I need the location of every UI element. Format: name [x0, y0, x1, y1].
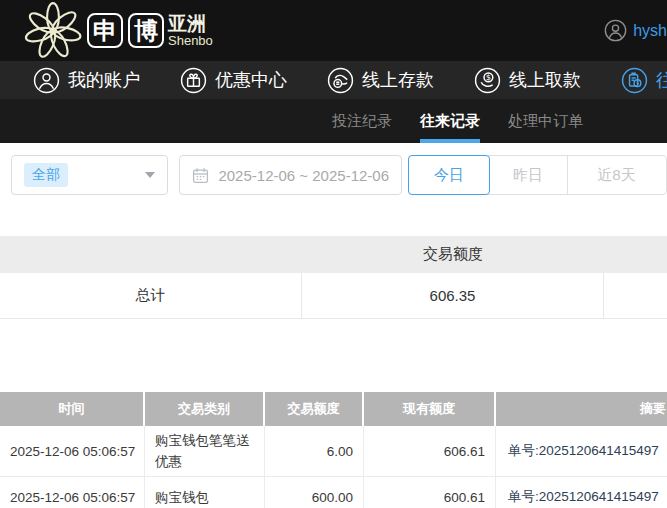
- username: hysh: [633, 22, 667, 40]
- table-header-row: 时间 交易类别 交易额度 现有额度 摘要: [0, 392, 667, 426]
- nav-item-label: 我的账户: [68, 68, 140, 92]
- nav-item-transaction-records[interactable]: 往来记录: [621, 67, 667, 94]
- cell-type: 购宝钱包: [145, 477, 265, 508]
- flower-logo-icon: [24, 2, 82, 60]
- last-8-days-button[interactable]: 近8天: [568, 156, 665, 194]
- summary-total-row: 总计 606.35: [0, 273, 667, 319]
- cell-summary: 单号:2025120641415497: [496, 426, 667, 476]
- chevron-down-icon: [145, 172, 155, 178]
- main-nav: 我的账户 优惠中心 线上存款 $: [0, 61, 667, 99]
- gift-icon: [180, 67, 207, 94]
- logo-suffix: 亚洲 Shenbo: [168, 14, 213, 48]
- header-time: 时间: [0, 392, 145, 426]
- deposit-hand-coin-icon: [327, 67, 354, 94]
- transaction-type-select[interactable]: 全部: [11, 155, 168, 195]
- last-8-days-button-label: 近8天: [597, 166, 635, 185]
- header-balance: 现有额度: [364, 392, 496, 426]
- tab-label: 处理中订单: [508, 112, 583, 131]
- cell-summary: 单号:2025120641415497: [496, 477, 667, 508]
- cell-amount: 6.00: [265, 426, 364, 476]
- nav-item-label: 线上取款: [509, 68, 581, 92]
- today-button[interactable]: 今日: [408, 155, 490, 195]
- table-row: 2025-12-06 05:06:57 购宝钱包 600.00 600.61 单…: [0, 477, 667, 508]
- logo-char-2: 博: [128, 13, 164, 48]
- header-summary: 摘要: [496, 392, 667, 426]
- header-amount: 交易额度: [265, 392, 364, 426]
- record-tabs: 投注纪录 往来记录 处理中订单: [0, 99, 667, 143]
- nav-item-deposit[interactable]: 线上存款: [327, 67, 434, 94]
- person-icon: [33, 67, 60, 94]
- nav-item-label: 线上存款: [362, 68, 434, 92]
- summary-table: 交易额度 总计 606.35: [0, 236, 667, 319]
- svg-text:$: $: [486, 73, 491, 82]
- summary-total-value: 606.35: [302, 273, 604, 318]
- date-range-input[interactable]: 2025-12-06 ~ 2025-12-06: [179, 155, 402, 195]
- cell-amount: 600.00: [265, 477, 364, 508]
- nav-item-label: 往来记录: [656, 68, 667, 92]
- summary-empty-cell: [604, 273, 667, 318]
- top-bar: 申 博 亚洲 Shenbo hysh: [0, 0, 667, 61]
- logo-subtitle: Shenbo: [168, 34, 213, 48]
- cell-type: 购宝钱包笔笔送优惠: [145, 426, 265, 476]
- page: 申 博 亚洲 Shenbo hysh 我的账户: [0, 0, 667, 508]
- filter-row: 全部 2025-12-06 ~ 2025-12-06 今日 昨日 近8天: [11, 155, 667, 195]
- brand-logo[interactable]: 申 博 亚洲 Shenbo: [24, 1, 213, 60]
- yesterday-button[interactable]: 昨日: [489, 156, 568, 194]
- date-range-value: 2025-12-06 ~ 2025-12-06: [218, 167, 389, 184]
- nav-item-withdraw[interactable]: $ 线上取款: [474, 67, 581, 94]
- nav-item-label: 优惠中心: [215, 68, 287, 92]
- today-button-label: 今日: [434, 166, 464, 185]
- calendar-icon: [192, 167, 209, 184]
- tab-transaction-records[interactable]: 往来记录: [420, 99, 480, 143]
- nav-item-my-account[interactable]: 我的账户: [33, 67, 140, 94]
- yesterday-button-label: 昨日: [513, 166, 543, 185]
- account-menu[interactable]: hysh: [604, 19, 667, 42]
- cell-time: 2025-12-06 05:06:57: [0, 426, 145, 476]
- summary-header-row: 交易额度: [0, 236, 667, 273]
- logo-char-1: 申: [87, 13, 123, 48]
- selected-type-chip: 全部: [24, 163, 68, 187]
- summary-header-amount: 交易额度: [302, 245, 604, 264]
- tab-pending-orders[interactable]: 处理中订单: [508, 99, 583, 143]
- cell-balance: 606.61: [364, 426, 496, 476]
- header-type: 交易类别: [145, 392, 265, 426]
- tab-betting-records[interactable]: 投注纪录: [332, 99, 392, 143]
- transactions-table: 时间 交易类别 交易额度 现有额度 摘要 2025-12-06 05:06:57…: [0, 392, 667, 508]
- tab-label: 往来记录: [420, 112, 480, 131]
- logo-region: 亚洲: [168, 14, 213, 34]
- quick-date-buttons: 今日 昨日 近8天: [408, 155, 667, 195]
- summary-total-label: 总计: [0, 273, 302, 318]
- table-row: 2025-12-06 05:06:57 购宝钱包笔笔送优惠 6.00 606.6…: [0, 426, 667, 477]
- cell-balance: 600.61: [364, 477, 496, 508]
- cell-time: 2025-12-06 05:06:57: [0, 477, 145, 508]
- nav-item-promotions[interactable]: 优惠中心: [180, 67, 287, 94]
- user-avatar-icon: [604, 19, 627, 42]
- withdraw-dollar-hand-icon: $: [474, 67, 501, 94]
- tab-label: 投注纪录: [332, 112, 392, 131]
- records-clipboard-clock-icon: [621, 67, 648, 94]
